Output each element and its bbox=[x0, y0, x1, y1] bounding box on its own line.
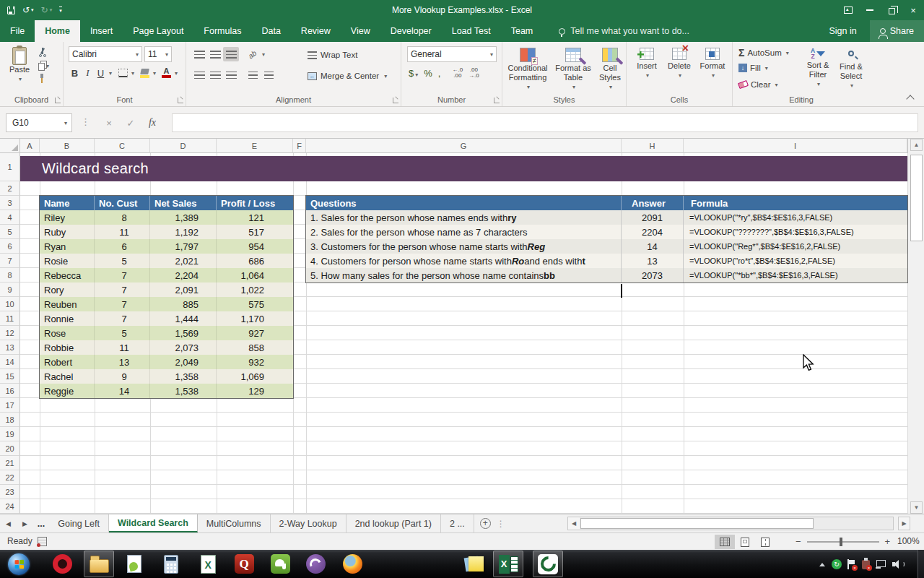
ribbon-tab-view[interactable]: View bbox=[341, 20, 380, 42]
sales-cell[interactable]: 8 bbox=[95, 210, 150, 225]
sheet-nav-left-icon[interactable]: ◀ bbox=[0, 514, 17, 532]
sales-cell[interactable]: Rebecca bbox=[40, 268, 95, 282]
sales-cell[interactable]: 7 bbox=[95, 311, 150, 326]
row-header-10[interactable]: 10 bbox=[0, 297, 20, 311]
sales-cell[interactable]: 954 bbox=[217, 239, 293, 254]
ribbon-tab-formulas[interactable]: Formulas bbox=[193, 20, 251, 42]
decrease-decimal-button[interactable]: .00→.0 bbox=[468, 67, 479, 79]
format-as-table-button[interactable]: Format as Table ▾ bbox=[553, 48, 593, 92]
sales-cell[interactable]: Ryan bbox=[40, 239, 95, 254]
tray-action-center[interactable]: × bbox=[845, 558, 857, 570]
question-cell[interactable]: 2. Sales for the person whose name as 7 … bbox=[306, 225, 622, 239]
sign-in-button[interactable]: Sign in bbox=[819, 26, 866, 36]
row-header-17[interactable]: 17 bbox=[0, 398, 20, 413]
italic-button[interactable]: I bbox=[82, 66, 94, 79]
sales-cell[interactable]: 6 bbox=[95, 239, 150, 254]
sales-cell[interactable]: 7 bbox=[95, 268, 150, 282]
customize-qat-button[interactable]: ▾ bbox=[59, 7, 62, 14]
sales-cell[interactable]: Robbie bbox=[40, 340, 95, 355]
sales-cell[interactable]: Rosie bbox=[40, 254, 95, 268]
taskbar-excel[interactable]: X bbox=[493, 551, 523, 577]
sales-cell[interactable]: Robert bbox=[40, 355, 95, 369]
ribbon-tab-file[interactable]: File bbox=[0, 20, 35, 42]
autosum-button[interactable]: Σ AutoSum ▾ bbox=[738, 47, 789, 59]
row-header-21[interactable]: 21 bbox=[0, 456, 20, 470]
sort-filter-button[interactable]: AZ Sort & Filter ▾ bbox=[802, 48, 834, 89]
borders-button[interactable] bbox=[117, 66, 129, 79]
sales-cell[interactable]: 9 bbox=[95, 369, 150, 384]
font-size-combo[interactable]: 11▾ bbox=[144, 46, 172, 62]
cell-styles-button[interactable]: Cell Styles ▾ bbox=[595, 48, 625, 92]
underline-button[interactable]: U bbox=[95, 66, 107, 79]
fill-button[interactable]: ↓ Fill ▾ bbox=[738, 64, 768, 72]
undo-button[interactable]: ↺▾ bbox=[22, 6, 34, 14]
sales-cell[interactable]: Rose bbox=[40, 326, 95, 340]
formula-bar-handle[interactable]: ⋮ bbox=[81, 116, 90, 127]
insert-cells-button[interactable]: Insert ▾ bbox=[632, 48, 662, 80]
top-align-button[interactable] bbox=[191, 47, 207, 61]
clear-button[interactable]: Clear ▾ bbox=[738, 80, 778, 89]
scroll-down-icon[interactable]: ▼ bbox=[910, 501, 923, 514]
column-header-f[interactable]: F bbox=[293, 139, 306, 153]
column-header-b[interactable]: B bbox=[40, 139, 95, 153]
taskbar-sticky-notes[interactable] bbox=[460, 551, 490, 577]
show-desktop-button[interactable] bbox=[918, 550, 924, 578]
taskbar-opera[interactable] bbox=[47, 551, 77, 577]
sales-cell[interactable]: 1,192 bbox=[150, 225, 217, 239]
format-cells-button[interactable]: Format ▾ bbox=[697, 48, 728, 80]
row-header-20[interactable]: 20 bbox=[0, 441, 20, 456]
sales-cell[interactable]: Rory bbox=[40, 282, 95, 297]
sales-cell[interactable]: Ruby bbox=[40, 225, 95, 239]
row-header-4[interactable]: 4 bbox=[0, 210, 20, 225]
sales-cell[interactable]: 686 bbox=[217, 254, 293, 268]
bold-button[interactable]: B bbox=[69, 66, 81, 79]
row-header-11[interactable]: 11 bbox=[0, 311, 20, 326]
zoom-slider[interactable] bbox=[807, 541, 879, 543]
ribbon-tab-developer[interactable]: Developer bbox=[380, 20, 442, 42]
taskbar-file-explorer[interactable] bbox=[84, 551, 114, 577]
sales-cell[interactable]: 7 bbox=[95, 282, 150, 297]
sales-cell[interactable]: Reuben bbox=[40, 297, 95, 311]
tray-hidden-icons[interactable] bbox=[816, 558, 828, 570]
tell-me-box[interactable]: Tell me what you want to do... bbox=[559, 20, 689, 42]
horizontal-scroll-thumb[interactable] bbox=[580, 518, 814, 529]
align-left-button[interactable] bbox=[191, 67, 207, 82]
column-header-a[interactable]: A bbox=[20, 139, 40, 153]
answer-cell[interactable]: 14 bbox=[622, 239, 684, 254]
taskbar-start-button[interactable] bbox=[4, 551, 34, 577]
sales-cell[interactable]: 575 bbox=[217, 297, 293, 311]
increase-indent-button[interactable] bbox=[261, 67, 276, 82]
taskbar-excel-2010[interactable] bbox=[193, 551, 223, 577]
sales-cell[interactable]: 129 bbox=[217, 384, 293, 398]
row-header-9[interactable]: 9 bbox=[0, 282, 20, 297]
save-button[interactable] bbox=[7, 7, 15, 14]
taskbar-viber[interactable] bbox=[300, 551, 331, 577]
row-header-16[interactable]: 16 bbox=[0, 384, 20, 398]
row-header-19[interactable]: 19 bbox=[0, 427, 20, 441]
sales-cell[interactable]: 121 bbox=[217, 210, 293, 225]
row-header-7[interactable]: 7 bbox=[0, 254, 20, 268]
comma-style-button[interactable]: , bbox=[438, 68, 441, 79]
sheet-tab-2nd-lookup-part-1[interactable]: 2nd lookup (Part 1) bbox=[346, 514, 441, 532]
number-dialog-launcher[interactable] bbox=[494, 98, 500, 103]
column-header-h[interactable]: H bbox=[622, 139, 684, 153]
wrap-text-button[interactable]: Wrap Text bbox=[308, 51, 357, 59]
share-button[interactable]: Share bbox=[870, 20, 924, 42]
sales-cell[interactable]: 7 bbox=[95, 297, 150, 311]
sales-cell[interactable]: 1,389 bbox=[150, 210, 217, 225]
fill-color-button[interactable] bbox=[139, 66, 151, 79]
sales-cell[interactable]: 2,091 bbox=[150, 282, 217, 297]
column-header-c[interactable]: C bbox=[95, 139, 150, 153]
sales-cell[interactable]: 1,797 bbox=[150, 239, 217, 254]
sheet-overflow-indicator[interactable]: ... bbox=[33, 514, 49, 532]
tray-power[interactable]: × bbox=[860, 558, 871, 570]
copy-button[interactable]: ▾ bbox=[38, 61, 49, 71]
row-header-15[interactable]: 15 bbox=[0, 369, 20, 384]
scroll-up-icon[interactable]: ▲ bbox=[910, 139, 923, 151]
cut-button[interactable] bbox=[38, 48, 48, 57]
sales-cell[interactable]: 1,170 bbox=[217, 311, 293, 326]
minimize-button[interactable] bbox=[859, 0, 881, 20]
name-box[interactable]: G10 ▾ bbox=[6, 113, 72, 132]
ribbon-tab-insert[interactable]: Insert bbox=[80, 20, 123, 42]
macro-record-icon[interactable] bbox=[38, 537, 47, 546]
